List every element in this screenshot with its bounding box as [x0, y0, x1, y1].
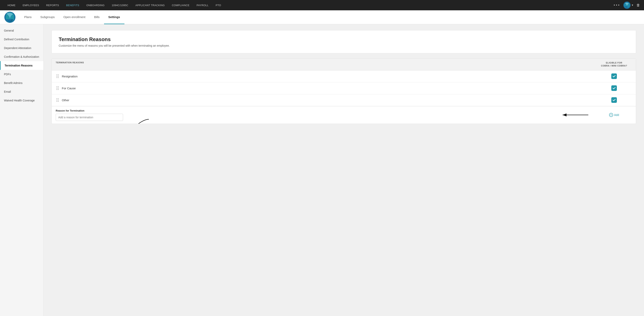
tab-plans[interactable]: Plans	[20, 10, 36, 24]
col-header-cobra: ELIGIBLE FOR COBRA / MINI COBRA?	[592, 59, 636, 70]
row-main-other: Other	[52, 95, 592, 105]
tab-bills[interactable]: Bills	[90, 10, 104, 24]
nav-item-onboarding[interactable]: ONBOARDING	[83, 0, 108, 10]
sidebar-item-email[interactable]: Email	[0, 87, 44, 96]
more-dots[interactable]: • • •	[612, 3, 622, 7]
col-header-reasons: TERMINATION REASONS	[52, 59, 592, 70]
reason-label-other: Other	[62, 98, 69, 102]
logo	[4, 11, 16, 23]
sidebar-item-general[interactable]: General	[0, 26, 44, 35]
add-icon: +	[609, 113, 613, 117]
nav-item-payroll[interactable]: PAYROLL	[193, 0, 212, 10]
table-row: Other	[52, 94, 636, 106]
avatar[interactable]	[624, 2, 630, 9]
nav-item-applicant-tracking[interactable]: APPLICANT TRACKING	[132, 0, 168, 10]
drag-handle-for-cause[interactable]	[56, 86, 60, 91]
cobra-checkbox-resignation[interactable]	[592, 71, 636, 82]
add-button[interactable]: + Add	[609, 113, 619, 117]
trash-icon[interactable]: 🗑	[636, 3, 640, 7]
sidebar-item-waived-health-coverage[interactable]: Waived Health Coverage	[0, 96, 44, 105]
table-row: For Cause	[52, 82, 636, 94]
nav-item-benefits[interactable]: BENEFITS	[62, 0, 83, 10]
sidebar-item-termination-reasons[interactable]: Termination Reasons	[0, 61, 44, 70]
add-row-label: Reason for Termination	[56, 109, 588, 112]
header-card: Termination Reasons Customize the menu o…	[52, 30, 636, 53]
table-row: Resignation	[52, 70, 636, 82]
avatar-chevron[interactable]: ▼	[630, 0, 634, 10]
nav-item-reports[interactable]: REPORTS	[42, 0, 62, 10]
reason-label-for-cause: For Cause	[62, 87, 76, 90]
tab-subgroups[interactable]: Subgroups	[36, 10, 59, 24]
termination-reasons-table: TERMINATION REASONS ELIGIBLE FOR COBRA /…	[52, 58, 636, 124]
add-row-main: Reason for Termination	[52, 106, 592, 124]
main-content: Termination Reasons Customize the menu o…	[44, 24, 644, 316]
sidebar-item-defined-contribution[interactable]: Defined Contribution	[0, 35, 44, 44]
tab-open-enrollment[interactable]: Open enrollment	[59, 10, 90, 24]
arrow-to-add	[560, 111, 590, 119]
nav-item-employees[interactable]: EMPLOYEES	[19, 0, 42, 10]
add-reason-input[interactable]	[56, 114, 123, 121]
nav-item-1094c[interactable]: 1094C/1095C	[108, 0, 132, 10]
nav-item-pto[interactable]: PTO	[212, 0, 224, 10]
row-main-for-cause: For Cause	[52, 83, 592, 93]
drag-handle-other[interactable]	[56, 97, 60, 103]
page-description: Customize the menu of reasons you will b…	[59, 44, 629, 47]
table-header: TERMINATION REASONS ELIGIBLE FOR COBRA /…	[52, 59, 636, 70]
drag-handle-resignation[interactable]	[56, 74, 60, 79]
reason-label-resignation: Resignation	[62, 75, 78, 78]
sub-nav: Plans Subgroups Open enrollment Bills Se…	[0, 10, 644, 24]
add-cobra-cell: + Add	[592, 110, 636, 120]
sidebar-item-pdfs[interactable]: PDFs	[0, 70, 44, 79]
add-reason-row: Reason for Termination +	[52, 106, 636, 124]
nav-item-compliance[interactable]: COMPLIANCE	[168, 0, 193, 10]
page-title: Termination Reasons	[59, 36, 629, 43]
row-main-resignation: Resignation	[52, 71, 592, 82]
sidebar-item-dependent-attestation[interactable]: Dependent Attestation	[0, 44, 44, 52]
layout: General Defined Contribution Dependent A…	[0, 24, 644, 316]
tab-settings[interactable]: Settings	[104, 10, 124, 24]
add-button-label: Add	[614, 113, 619, 116]
sidebar-item-benefit-admins[interactable]: Benefit Admins	[0, 79, 44, 87]
top-nav: HOME EMPLOYEES REPORTS BENEFITS ONBOARDI…	[0, 0, 644, 10]
cobra-checkbox-for-cause[interactable]	[592, 83, 636, 94]
nav-item-home[interactable]: HOME	[4, 0, 19, 10]
sidebar-item-confirmation-authorization[interactable]: Confirmation & Authorization	[0, 52, 44, 61]
cobra-checkbox-other[interactable]	[592, 94, 636, 106]
sidebar: General Defined Contribution Dependent A…	[0, 24, 44, 316]
